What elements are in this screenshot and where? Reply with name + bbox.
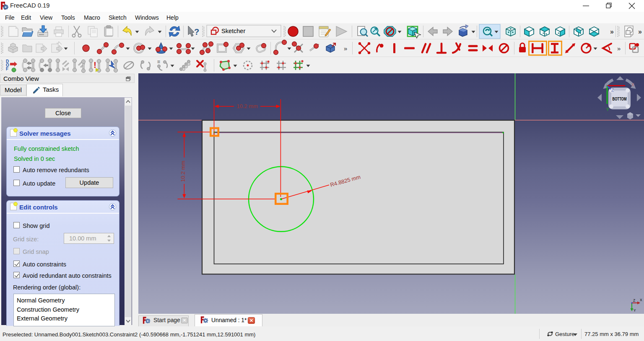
svg-text:?: ?: [194, 27, 199, 36]
svg-text:Sketcher: Sketcher: [221, 28, 245, 34]
svg-text:=: =: [157, 59, 160, 65]
svg-text:!: !: [93, 60, 96, 70]
svg-text:»: »: [610, 28, 614, 35]
svg-text:Y: Y: [606, 107, 609, 112]
svg-text:Z: Z: [611, 88, 614, 93]
svg-text:X: X: [631, 83, 634, 87]
svg-text:10.2 mm: 10.2 mm: [180, 161, 186, 182]
svg-text:F: F: [6, 67, 8, 71]
svg-text:BOTTOM: BOTTOM: [613, 96, 627, 101]
svg-text:10.2 mm: 10.2 mm: [236, 103, 258, 109]
svg-text:X: X: [640, 298, 642, 302]
svg-text:»: »: [638, 28, 642, 35]
svg-text:Z: Z: [633, 298, 635, 302]
svg-text:»: »: [617, 45, 621, 52]
svg-text:Y: Y: [634, 308, 636, 313]
svg-text:»: »: [344, 45, 347, 52]
